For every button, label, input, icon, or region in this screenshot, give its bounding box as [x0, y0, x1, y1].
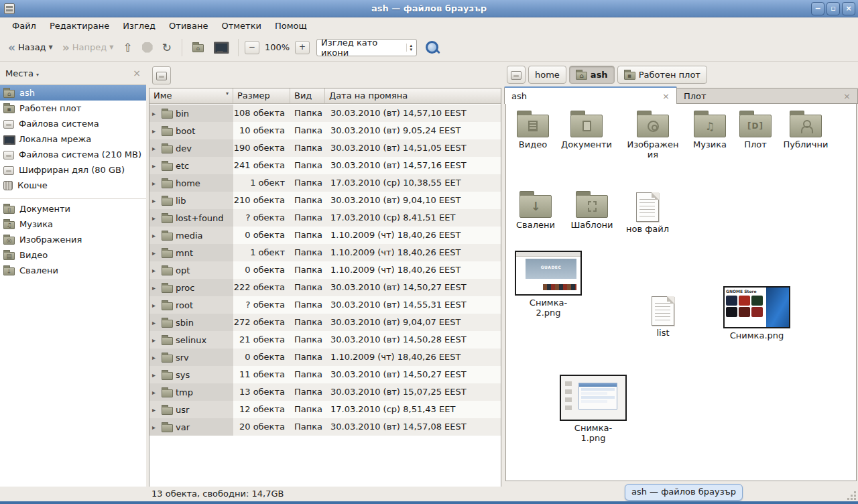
icon-view-item[interactable]: Видео: [505, 109, 564, 149]
icon-view[interactable]: ВидеоДокументиИзображения♫Музика[D]ПлотП…: [505, 104, 857, 481]
maximize-button[interactable]: ▫: [826, 2, 840, 15]
table-row[interactable]: ▸selinux21 обектаПапка30.03.2010 (вт) 14…: [149, 331, 501, 349]
table-row[interactable]: ▸lib210 обектаПапка30.03.2010 (вт) 9,04,…: [149, 192, 501, 209]
expander-icon[interactable]: ▸: [152, 371, 159, 379]
computer-button[interactable]: [209, 40, 232, 54]
table-row[interactable]: ▸home1 обектПапка17.03.2010 (ср) 10,38,5…: [149, 174, 501, 192]
expander-icon[interactable]: ▸: [152, 232, 159, 239]
view-mode-combobox[interactable]: Изглед като икони ▴▾: [316, 39, 417, 56]
tab-close-icon[interactable]: ×: [657, 91, 670, 101]
tab-desktop[interactable]: Плот ×: [677, 88, 858, 104]
sidebar-item[interactable]: ▯Документи: [0, 201, 146, 216]
sidebar-item[interactable]: Кошче: [0, 178, 146, 193]
expander-icon[interactable]: ▸: [152, 284, 159, 292]
places-selector[interactable]: Места▾: [5, 68, 133, 78]
zoom-in-button[interactable]: +: [295, 41, 310, 54]
column-header-type[interactable]: Вид: [290, 88, 325, 103]
table-row[interactable]: ▸boot10 обектаПапка30.03.2010 (вт) 9,05,…: [149, 122, 501, 139]
filesystem-root-button[interactable]: [152, 66, 171, 84]
icon-view-item[interactable]: ↓Свалени: [505, 190, 566, 230]
resize-grip[interactable]: [854, 498, 856, 500]
column-header-name[interactable]: Име ▾: [149, 88, 233, 103]
icon-view-item[interactable]: нов файл: [617, 190, 678, 234]
expander-icon[interactable]: ▸: [152, 249, 159, 257]
table-row[interactable]: ▸proc222 обектаПапка30.03.2010 (вт) 14,5…: [149, 279, 501, 296]
table-row[interactable]: ▸sys11 обектаПапка30.03.2010 (вт) 14,50,…: [149, 366, 501, 383]
taskbar-window-button[interactable]: ash — файлов браузър: [625, 484, 743, 501]
pathbar-root-button[interactable]: [507, 66, 526, 84]
expander-icon[interactable]: ▸: [152, 162, 159, 170]
search-icon[interactable]: [425, 40, 440, 55]
zoom-out-button[interactable]: −: [245, 41, 259, 54]
icon-view-item[interactable]: Публични: [775, 109, 837, 149]
expander-icon[interactable]: ▸: [152, 336, 159, 344]
sidebar-item[interactable]: Локална мрежа: [0, 131, 146, 147]
expander-icon[interactable]: ▸: [152, 197, 159, 204]
sidebar-item[interactable]: ▤Видео: [0, 247, 146, 263]
back-dropdown-icon[interactable]: ▼: [49, 44, 53, 50]
reload-button[interactable]: ↻: [158, 40, 176, 56]
home-button[interactable]: ⌂: [188, 40, 208, 55]
expander-icon[interactable]: ▸: [152, 110, 159, 117]
sidebar-item[interactable]: Файлова система (210 MB): [0, 147, 146, 162]
pathbar-button-ash[interactable]: ⌂ ash: [569, 66, 615, 84]
icon-view-item[interactable]: GUADECСнимка-2.png: [517, 251, 579, 318]
menu-item[interactable]: Помощ: [268, 19, 314, 32]
tab-ash[interactable]: ash ×: [504, 86, 677, 104]
menu-item[interactable]: Файл: [5, 19, 43, 32]
sidebar-item[interactable]: Файлова система: [0, 116, 146, 131]
forward-dropdown-icon[interactable]: ▼: [109, 44, 113, 50]
table-row[interactable]: ▸tmp13 обектаПапка30.03.2010 (вт) 15,07,…: [149, 383, 501, 401]
sidebar-item[interactable]: Шифриран дял (80 GB): [0, 162, 146, 178]
icon-view-item[interactable]: Снимка-1.png: [562, 375, 624, 443]
sidebar-item[interactable]: ♫Музика: [0, 216, 146, 232]
table-row[interactable]: ▸etc241 обектаПапка30.03.2010 (вт) 14,57…: [149, 157, 501, 174]
icon-view-item[interactable]: GNOME StoreСнимка.png: [726, 286, 788, 340]
expander-icon[interactable]: ▸: [152, 406, 159, 414]
pathbar-button-home[interactable]: home: [528, 66, 566, 84]
icon-view-item[interactable]: Шаблони: [561, 190, 623, 230]
table-row[interactable]: ▸mnt1 обектПапка1.10.2009 (чт) 18,40,26 …: [149, 244, 501, 261]
expander-icon[interactable]: ▸: [152, 214, 159, 222]
expander-icon[interactable]: ▸: [152, 180, 159, 187]
expander-icon[interactable]: ▸: [152, 319, 159, 326]
expander-icon[interactable]: ▸: [152, 127, 159, 135]
titlebar[interactable]: ash — файлов браузър − ▫ ×: [0, 0, 858, 17]
icon-view-item[interactable]: Изображения: [622, 109, 684, 160]
minimize-button[interactable]: −: [811, 2, 824, 15]
icon-view-item[interactable]: list: [632, 294, 694, 338]
icon-view-item[interactable]: Документи: [556, 109, 617, 149]
table-row[interactable]: ▸dev190 обектаПапка30.03.2010 (вт) 14,51…: [149, 139, 501, 157]
pathbar-button-desktop[interactable]: ▪ Работен плот: [617, 66, 707, 84]
table-row[interactable]: ▸bin108 обектаПапка30.03.2010 (вт) 14,57…: [149, 105, 501, 122]
expander-icon[interactable]: ▸: [152, 145, 159, 152]
stop-button[interactable]: [138, 40, 157, 56]
table-row[interactable]: ▸srv0 обектаПапка1.10.2009 (чт) 18,40,26…: [149, 349, 501, 366]
expander-icon[interactable]: ▸: [152, 424, 159, 431]
menu-item[interactable]: Отметки: [214, 19, 267, 32]
expander-icon[interactable]: ▸: [152, 389, 159, 396]
table-row[interactable]: ▸usr12 обектаПапка17.03.2010 (ср) 8,51,4…: [149, 401, 501, 418]
close-button[interactable]: ×: [842, 2, 855, 15]
expander-icon[interactable]: ▸: [152, 354, 159, 361]
sidebar-item[interactable]: ⌂ash: [0, 85, 146, 101]
forward-button[interactable]: » Напред ▼: [58, 40, 118, 55]
column-header-size[interactable]: Размер: [233, 88, 290, 103]
sidebar-item[interactable]: ↓Свалени: [0, 263, 146, 278]
table-row[interactable]: ▸opt0 обектаПапка1.10.2009 (чт) 18,40,26…: [149, 261, 501, 279]
column-header-date[interactable]: Дата на промяна: [325, 88, 501, 103]
menu-item[interactable]: Редактиране: [43, 19, 116, 32]
up-button[interactable]: ⇧: [119, 40, 136, 56]
sidebar-item[interactable]: ▪Работен плот: [0, 101, 146, 116]
table-row[interactable]: ▸lost+found? обектаПапка17.03.2010 (ср) …: [149, 209, 501, 227]
table-row[interactable]: ▸root? обектаПапка30.03.2010 (вт) 14,55,…: [149, 296, 501, 314]
table-row[interactable]: ▸sbin272 обектаПапка30.03.2010 (вт) 9,04…: [149, 314, 501, 331]
menu-item[interactable]: Отиване: [162, 19, 214, 32]
back-button[interactable]: « Назад ▼: [4, 40, 57, 55]
table-row[interactable]: ▸media0 обектаПапка1.10.2009 (чт) 18,40,…: [149, 227, 501, 244]
menu-item[interactable]: Изглед: [116, 19, 162, 32]
tab-close-icon[interactable]: ×: [838, 91, 851, 101]
table-row[interactable]: ▸var20 обектаПапка30.03.2010 (вт) 14,57,…: [149, 418, 501, 436]
sidebar-item[interactable]: ◎Изображения: [0, 232, 146, 247]
expander-icon[interactable]: ▸: [152, 267, 159, 274]
